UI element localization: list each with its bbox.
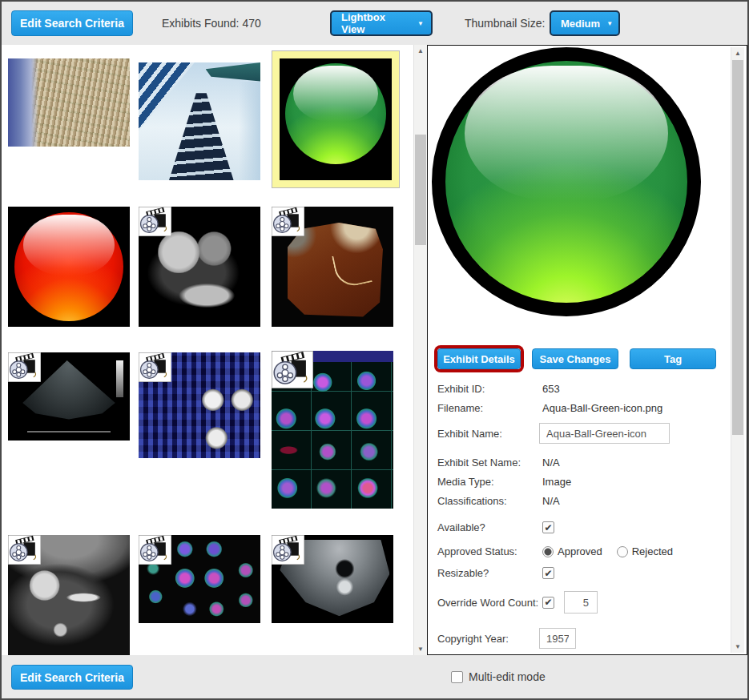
field-copyright-year: Copyright Year:: [437, 628, 576, 649]
thumbnail-nuclear-montage[interactable]: [139, 352, 260, 458]
approved-radio-label: Approved: [558, 545, 602, 557]
top-toolbar: Edit Search Criteria Exhibits Found: 470…: [2, 2, 747, 45]
thumbnail-green-ball-selected[interactable]: [272, 50, 400, 188]
thumbnail-ct-scan[interactable]: [139, 207, 260, 327]
field-exhibit-set-name: Exhibit Set Name: N/A: [437, 457, 560, 469]
override-word-count-input[interactable]: [564, 591, 598, 614]
media-type-value: Image: [542, 476, 571, 488]
alley-stairs-shape: [139, 62, 195, 131]
scroll-up-icon[interactable]: ▲: [731, 47, 744, 59]
ultrasound-caption-line: [27, 431, 110, 432]
video-icon: [272, 207, 304, 236]
thumbnail-spect-grid[interactable]: [272, 351, 393, 509]
video-icon: [8, 352, 41, 382]
thumbnail-size-dropdown[interactable]: Medium ▼: [550, 10, 620, 36]
available-checkbox[interactable]: ✔: [542, 521, 554, 533]
bottom-toolbar: Edit Search Criteria Multi-edit mode: [2, 655, 747, 698]
copyright-year-label: Copyright Year:: [437, 633, 539, 645]
edit-search-criteria-button[interactable]: Edit Search Criteria: [11, 10, 133, 36]
save-changes-button[interactable]: Save Changes: [532, 348, 618, 369]
classifications-label: Classifications:: [437, 495, 542, 507]
thumbnail-gallery: [2, 45, 413, 655]
thumbnail-ultrasound-1[interactable]: [8, 352, 130, 441]
multi-edit-checkbox[interactable]: [451, 671, 463, 683]
alley-path-shape: [169, 93, 234, 180]
alley-awning-shape: [206, 62, 260, 82]
filename-value: Aqua-Ball-Green-icon.png: [542, 402, 662, 414]
details-button-row: Exhibit Details Save Changes Tag: [437, 348, 718, 369]
classifications-value: N/A: [542, 495, 560, 507]
multi-edit-mode-control: Multi-edit mode: [451, 670, 546, 683]
video-icon: [272, 351, 313, 388]
exhibit-details-panel: Exhibit Details Save Changes Tag Exhibit…: [427, 45, 747, 655]
exhibit-id-label: Exhibit ID:: [437, 383, 542, 395]
ultrasound-scale-bar: [116, 360, 123, 397]
field-exhibit-name: Exhibit Name:: [437, 423, 670, 444]
thumbnail-ultrasound-2[interactable]: [272, 535, 393, 623]
exhibit-set-name-label: Exhibit Set Name:: [437, 457, 542, 469]
video-icon: [8, 535, 41, 565]
field-filename: Filename: Aqua-Ball-Green-icon.png: [437, 402, 662, 414]
video-icon: [139, 352, 171, 382]
field-available: Available? ✔: [437, 521, 554, 533]
alley-wall-shape: [239, 82, 260, 180]
gallery-scrollbar-thumb[interactable]: [415, 135, 426, 245]
field-media-type: Media Type: Image: [437, 476, 571, 488]
scroll-down-icon[interactable]: ▼: [731, 641, 744, 653]
field-classifications: Classifications: N/A: [437, 495, 560, 507]
filename-label: Filename:: [437, 402, 542, 414]
video-icon: [139, 535, 171, 565]
details-scrollbar[interactable]: ▲ ▼: [731, 47, 744, 653]
view-mode-value: Lightbox View: [341, 11, 411, 35]
exhibits-found-count: Exhibits Found: 470: [162, 17, 261, 30]
field-approved-status: Approved Status: Approved Rejected: [437, 545, 687, 557]
thumbnail-blue-alley[interactable]: [139, 62, 260, 180]
gallery-scrollbar[interactable]: ▲ ▼: [413, 45, 427, 655]
rejected-radio-label: Rejected: [632, 545, 673, 557]
rejected-radio[interactable]: [617, 546, 628, 557]
view-mode-dropdown[interactable]: Lightbox View ▼: [330, 10, 433, 36]
exhibit-manager-window: Edit Search Criteria Exhibits Found: 470…: [0, 0, 749, 700]
thumbnail-cardiac-render[interactable]: [272, 207, 393, 327]
thumbnail-red-ball[interactable]: [8, 207, 130, 327]
available-label: Available?: [437, 521, 542, 533]
scroll-down-icon[interactable]: ▼: [414, 643, 427, 655]
exhibit-preview-image: [432, 47, 701, 316]
thumbnail-size-value: Medium: [561, 18, 600, 30]
copyright-year-input[interactable]: [539, 628, 576, 649]
multi-edit-label: Multi-edit mode: [469, 670, 546, 683]
approved-radio[interactable]: [542, 546, 554, 557]
chevron-down-icon: ▼: [606, 20, 613, 27]
thumbnail-spect-montage[interactable]: [139, 535, 260, 623]
video-icon: [272, 535, 304, 565]
exhibit-name-input[interactable]: [539, 423, 670, 444]
approved-status-label: Approved Status:: [437, 545, 542, 557]
thumbnail-size-label: Thumbnail Size:: [465, 17, 545, 30]
tag-button[interactable]: Tag: [630, 348, 716, 369]
green-ball-image: [280, 58, 392, 180]
video-icon: [139, 207, 171, 236]
chevron-down-icon: ▼: [417, 20, 424, 27]
media-type-label: Media Type:: [437, 476, 542, 488]
edit-search-criteria-button-bottom[interactable]: Edit Search Criteria: [11, 665, 133, 690]
resizable-label: Resizable?: [437, 567, 542, 579]
thumbnail-ct-axial[interactable]: [8, 535, 130, 655]
thumbnail-coastal-town[interactable]: [8, 58, 130, 147]
field-override-word-count: Override Word Count: ✔: [437, 591, 598, 614]
exhibit-name-label: Exhibit Name:: [437, 428, 539, 440]
exhibit-details-button[interactable]: Exhibit Details: [437, 348, 521, 369]
details-scrollbar-thumb[interactable]: [732, 60, 743, 435]
field-resizable: Resizable? ✔: [437, 567, 554, 579]
exhibit-id-value: 653: [542, 383, 560, 395]
exhibit-set-name-value: N/A: [542, 457, 560, 469]
resizable-checkbox[interactable]: ✔: [542, 567, 554, 579]
field-exhibit-id: Exhibit ID: 653: [437, 383, 560, 395]
override-word-count-checkbox[interactable]: ✔: [542, 597, 554, 609]
override-word-count-label: Override Word Count:: [437, 597, 542, 609]
scroll-up-icon[interactable]: ▲: [414, 45, 427, 57]
